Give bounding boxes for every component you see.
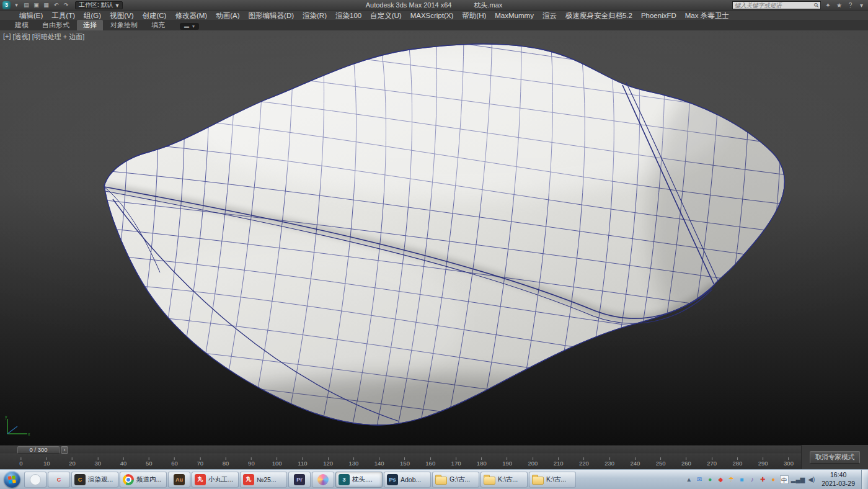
menu-item[interactable]: 自定义(U): [366, 11, 405, 20]
tray-icon-green-dot[interactable]: ●: [706, 475, 714, 484]
taskbar-item-render-viewer[interactable]: C渲染观...: [71, 472, 118, 488]
ribbon-minimize-control[interactable]: ▬ ▾: [180, 23, 199, 30]
ruler-tick: 80: [223, 457, 229, 467]
taskbar-item-channel[interactable]: 频道内...: [120, 472, 167, 488]
ribbon-tab-选择[interactable]: 选择: [77, 20, 103, 30]
menu-item[interactable]: 帮助(H): [458, 11, 490, 20]
save-file-icon[interactable]: ▦: [42, 1, 50, 9]
infocenter-chevron-icon[interactable]: ▾: [857, 2, 866, 9]
open-file-icon[interactable]: ▣: [32, 1, 40, 9]
taskbar-item-label: 枕头....: [352, 475, 373, 484]
taskbar-item-channel-icon: [123, 474, 134, 485]
taskbar-item-folder-k2[interactable]: K:\古...: [529, 472, 576, 488]
undo-icon[interactable]: ↶: [52, 1, 60, 9]
tray-ime-icon[interactable]: 中: [780, 475, 789, 484]
ruler-tick: 130: [349, 457, 359, 467]
ruler-tick: 110: [298, 457, 307, 467]
menu-item[interactable]: 组(G): [79, 11, 105, 20]
taskbar-clock[interactable]: 16:40 2021-03-29: [818, 471, 859, 487]
ruler-tick: 230: [604, 457, 614, 467]
taskbar-item-folder-g-icon: [435, 477, 447, 485]
menu-item[interactable]: 修改器(M): [170, 11, 211, 20]
menu-item[interactable]: 图形编辑器(D): [244, 11, 298, 20]
taskbar-item-folder-k1[interactable]: K:\古...: [480, 472, 528, 488]
taskbar-item-xiaowan-icon: 丸: [195, 474, 206, 485]
tray-network-icon[interactable]: ▂▄▆: [791, 475, 805, 484]
menu-item[interactable]: MaxMummy: [490, 11, 538, 20]
infocenter: ⚲ ✦ ★ ? ▾: [732, 1, 866, 9]
ruler-tick: 190: [502, 457, 512, 467]
menu-item[interactable]: MAXScript(X): [406, 11, 458, 20]
start-button[interactable]: [4, 471, 20, 488]
taskbar-item-photoshop[interactable]: PsAdob...: [384, 472, 431, 488]
search-input[interactable]: [733, 2, 812, 9]
viewport-menu-plus[interactable]: [+]: [3, 32, 11, 42]
ruler-tick: 260: [681, 457, 691, 467]
redo-icon[interactable]: ↷: [62, 1, 70, 9]
menu-item[interactable]: 动画(A): [211, 11, 244, 20]
time-slider-next-button[interactable]: ›: [61, 446, 68, 454]
taskbar-item-orb[interactable]: [312, 472, 334, 488]
taskbar-item-xiaowan[interactable]: 丸小丸工...: [192, 472, 239, 488]
tray-icon-mail[interactable]: ✉: [696, 475, 704, 484]
workspace-dropdown[interactable]: 工作区: 默认 ▾: [75, 1, 123, 9]
ribbon-tab-建模[interactable]: 建模: [9, 20, 35, 30]
ruler-tick: 140: [374, 457, 384, 467]
taskbar-item-audition[interactable]: Au: [168, 472, 190, 488]
tray-icon-orange-dot[interactable]: ●: [769, 475, 777, 484]
ribbon-tab-填充[interactable]: 填充: [145, 20, 171, 30]
time-slider-handle[interactable]: 0 / 300: [17, 446, 60, 454]
tray-icon-red-diamond[interactable]: ◆: [717, 475, 725, 484]
app-logo-icon[interactable]: 3: [2, 1, 11, 9]
menu-item[interactable]: PhoenixFD: [637, 11, 681, 20]
tray-icon-music[interactable]: ♪: [748, 475, 756, 484]
ruler-tick: 160: [425, 457, 435, 467]
new-scene-icon[interactable]: ▤: [22, 1, 30, 9]
viewport-shading-label[interactable]: [明暗处理 + 边面]: [32, 32, 85, 42]
tray-expand-icon[interactable]: ▲: [685, 475, 693, 484]
menu-item[interactable]: 工具(T): [47, 11, 79, 20]
tray-volume-icon[interactable]: ◀): [807, 475, 815, 484]
taskbar-item-premiere[interactable]: Pr: [288, 472, 311, 488]
bottom-strip: 0 / 300 › 010203040506070809010011012013…: [0, 445, 868, 469]
tray-icon-cross[interactable]: ✚: [759, 475, 767, 484]
taskbar-item-folder-g[interactable]: G:\古...: [432, 472, 479, 488]
menu-item[interactable]: 渲染(R): [298, 11, 331, 20]
pillow-model[interactable]: [0, 30, 868, 445]
help-icon[interactable]: ?: [846, 2, 854, 9]
menu-item[interactable]: 极速瘦身安全归档5.2: [561, 11, 637, 20]
viewport-pov-label[interactable]: [透视]: [13, 32, 30, 42]
menu-item[interactable]: 创建(C): [138, 11, 170, 20]
menu-item[interactable]: Max 杀毒卫士: [681, 11, 733, 20]
communication-center-icon[interactable]: ✦: [824, 2, 832, 9]
menu-item[interactable]: 编辑(E): [15, 11, 47, 20]
ribbon-tab-对象绘制[interactable]: 对象绘制: [104, 20, 144, 30]
document-title: 枕头.max: [474, 1, 502, 10]
tray-icon-umbrella[interactable]: ☂: [727, 475, 735, 484]
taskbar-item-3dsmax-icon: 3: [339, 474, 350, 485]
ruler-tick: 100: [272, 457, 282, 467]
favorites-icon[interactable]: ★: [835, 2, 843, 9]
time-slider-track[interactable]: 0 / 300 ›: [0, 445, 801, 454]
ribbon-tab-自由形式[interactable]: 自由形式: [36, 20, 76, 30]
tray-icon-blue-square[interactable]: ■: [738, 475, 746, 484]
svg-text:x: x: [28, 432, 30, 436]
taskbar-item-3dsmax[interactable]: 3枕头....: [335, 472, 383, 488]
time-ruler[interactable]: 0102030405060708090100110120130140150160…: [0, 454, 801, 469]
show-desktop-button[interactable]: [861, 470, 867, 489]
ruler-tick: 210: [554, 457, 564, 467]
taskbar-item-folder-k2-icon: [532, 477, 544, 485]
search-icon[interactable]: ⚲: [811, 0, 822, 11]
taskbar-item-browser[interactable]: [24, 472, 46, 488]
taskbar-item-no25[interactable]: 丸№25...: [240, 472, 287, 488]
menu-item[interactable]: 视图(V): [105, 11, 138, 20]
viewport[interactable]: [+] [透视] [明暗处理 + 边面]: [0, 30, 868, 445]
clock-date: 2021-03-29: [822, 480, 855, 488]
taskbar-item-label: 小丸工...: [208, 475, 233, 484]
taskbar-item-c[interactable]: C: [48, 472, 70, 488]
menu-item[interactable]: 渲染100: [331, 11, 366, 20]
menu-item[interactable]: 渲云: [538, 11, 561, 20]
taskbar-item-c-icon: C: [53, 474, 64, 485]
app-menu-chevron-icon[interactable]: ▾: [12, 1, 20, 9]
cancel-expert-mode-button[interactable]: 取消专家模式: [810, 451, 860, 464]
